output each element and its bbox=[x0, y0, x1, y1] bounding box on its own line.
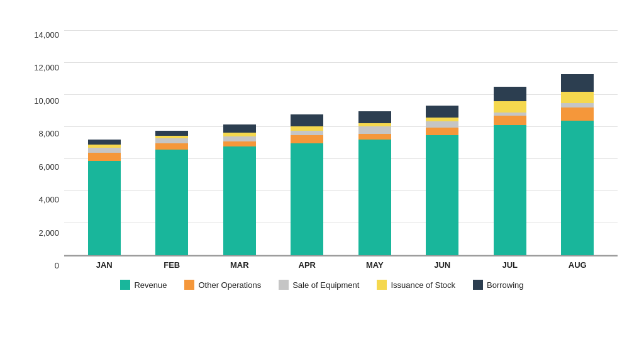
y-axis-label: 10,000 bbox=[26, 97, 64, 105]
bar-segment-borrowing bbox=[358, 111, 391, 123]
bar-segment-otherOperations bbox=[358, 134, 391, 140]
legend-color-otherOperations bbox=[184, 280, 194, 290]
bar-segment-otherOperations bbox=[561, 107, 594, 120]
bar-group bbox=[70, 31, 138, 255]
bar-segment-borrowing bbox=[426, 106, 458, 118]
bars-area bbox=[64, 31, 618, 256]
bar-segment-otherOperations bbox=[155, 143, 188, 150]
y-axis-label: 12,000 bbox=[26, 63, 64, 72]
y-axis-label: 4,000 bbox=[26, 196, 64, 204]
bar-segment-otherOperations bbox=[223, 141, 256, 146]
bar-group bbox=[476, 31, 544, 255]
bar-segment-saleOfEquipment bbox=[155, 138, 188, 143]
x-axis-label: JUL bbox=[476, 256, 544, 270]
x-axis-label: JAN bbox=[70, 256, 138, 270]
legend-color-revenue bbox=[120, 280, 130, 290]
legend-color-issuanceOfStock bbox=[377, 280, 387, 290]
chart-body: JANFEBMARAPRMAYJUNJULAUG bbox=[64, 31, 618, 270]
bar-segment-saleOfEquipment bbox=[223, 136, 256, 141]
chart-area: 02,0004,0006,0008,00010,00012,00014,000 … bbox=[26, 31, 618, 270]
bar-segment-revenue bbox=[358, 140, 391, 255]
bar-segment-saleOfEquipment bbox=[561, 103, 594, 108]
bar-segment-otherOperations bbox=[291, 135, 323, 143]
legend-item: Other Operations bbox=[184, 280, 261, 290]
bar-segment-issuanceOfStock bbox=[494, 101, 526, 113]
legend-color-borrowing bbox=[473, 280, 483, 290]
legend-item: Borrowing bbox=[473, 280, 524, 290]
bar-segment-borrowing bbox=[291, 114, 323, 126]
bar-group bbox=[341, 31, 409, 255]
bar-segment-borrowing bbox=[155, 131, 188, 136]
chart-container: 02,0004,0006,0008,00010,00012,00014,000 … bbox=[14, 7, 630, 340]
bar-stack bbox=[494, 87, 526, 255]
bar-stack bbox=[88, 140, 121, 255]
x-axis-label: APR bbox=[274, 256, 341, 270]
bar-segment-revenue bbox=[291, 143, 323, 255]
bar-segment-saleOfEquipment bbox=[426, 121, 458, 128]
bar-segment-borrowing bbox=[561, 74, 594, 92]
x-labels: JANFEBMARAPRMAYJUNJULAUG bbox=[64, 256, 618, 270]
legend-label: Borrowing bbox=[487, 280, 524, 290]
bar-segment-otherOperations bbox=[494, 116, 526, 125]
legend: RevenueOther OperationsSale of Equipment… bbox=[26, 280, 618, 290]
bar-stack bbox=[561, 74, 594, 255]
bar-segment-issuanceOfStock bbox=[561, 92, 594, 103]
bar-group bbox=[409, 31, 477, 255]
bar-stack bbox=[155, 131, 188, 255]
legend-item: Issuance of Stock bbox=[377, 280, 455, 290]
bar-segment-revenue bbox=[223, 146, 256, 255]
bar-group bbox=[544, 31, 612, 255]
legend-label: Sale of Equipment bbox=[292, 280, 359, 290]
x-axis-label: AUG bbox=[544, 256, 612, 270]
legend-label: Other Operations bbox=[198, 280, 261, 290]
bar-stack bbox=[426, 106, 458, 255]
y-axis: 02,0004,0006,0008,00010,00012,00014,000 bbox=[26, 31, 64, 270]
bar-segment-revenue bbox=[88, 161, 121, 255]
bar-group bbox=[138, 31, 206, 255]
legend-item: Revenue bbox=[120, 280, 167, 290]
y-axis-label: 14,000 bbox=[26, 31, 64, 39]
bar-segment-revenue bbox=[426, 135, 458, 255]
y-axis-label: 0 bbox=[26, 262, 64, 270]
y-axis-label: 6,000 bbox=[26, 163, 64, 171]
bar-segment-saleOfEquipment bbox=[358, 126, 391, 135]
bar-segment-borrowing bbox=[223, 124, 256, 133]
bar-segment-borrowing bbox=[494, 87, 526, 101]
y-axis-label: 8,000 bbox=[26, 129, 64, 138]
bar-segment-issuanceOfStock bbox=[291, 126, 323, 131]
bar-group bbox=[206, 31, 274, 255]
legend-label: Revenue bbox=[134, 280, 167, 290]
x-axis-label: JUN bbox=[409, 256, 477, 270]
bar-segment-revenue bbox=[561, 121, 594, 255]
legend-item: Sale of Equipment bbox=[279, 280, 359, 290]
bar-segment-revenue bbox=[155, 150, 188, 255]
bar-group bbox=[274, 31, 341, 255]
legend-color-saleOfEquipment bbox=[279, 280, 289, 290]
bar-segment-borrowing bbox=[88, 140, 121, 145]
bar-stack bbox=[358, 111, 391, 256]
x-axis-label: MAY bbox=[341, 256, 409, 270]
bar-segment-revenue bbox=[494, 125, 526, 255]
bar-stack bbox=[223, 124, 256, 255]
x-axis-label: MAR bbox=[206, 256, 274, 270]
x-axis-label: FEB bbox=[138, 256, 206, 270]
bar-segment-otherOperations bbox=[88, 153, 121, 161]
y-axis-label: 2,000 bbox=[26, 229, 64, 237]
bar-segment-saleOfEquipment bbox=[88, 148, 121, 153]
bar-segment-otherOperations bbox=[426, 128, 458, 135]
bar-stack bbox=[291, 114, 323, 255]
legend-label: Issuance of Stock bbox=[391, 280, 455, 290]
